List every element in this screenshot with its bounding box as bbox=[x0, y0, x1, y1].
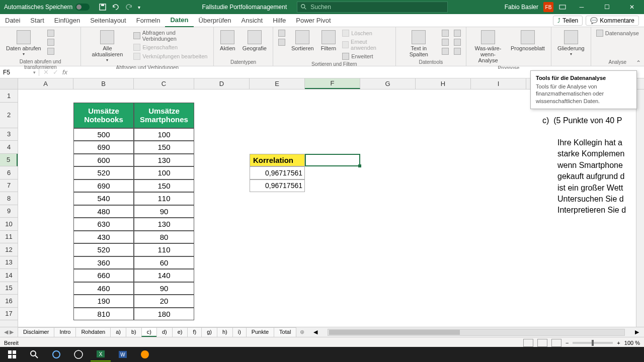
data-cell[interactable]: 520 bbox=[73, 166, 134, 179]
data-analysis-button[interactable]: Datenanalyse bbox=[595, 29, 640, 37]
data-cell[interactable]: 150 bbox=[134, 179, 194, 193]
sheet-tab-f[interactable]: f) bbox=[187, 327, 202, 337]
sheet-tab-Punkte[interactable]: Punkte bbox=[246, 327, 274, 337]
row-header-10[interactable]: 10 bbox=[0, 218, 18, 231]
start-button[interactable] bbox=[2, 347, 22, 361]
zoom-in-button[interactable]: + bbox=[617, 340, 620, 346]
col-header-d[interactable]: D bbox=[194, 78, 250, 89]
data-cell[interactable]: 690 bbox=[73, 179, 134, 193]
data-cell[interactable]: 130 bbox=[134, 218, 194, 231]
sort-za-button[interactable] bbox=[277, 38, 286, 46]
stocks-button[interactable]: Aktien bbox=[218, 29, 237, 52]
maximize-button[interactable]: ☐ bbox=[597, 0, 617, 14]
row-header-9[interactable]: 9 bbox=[0, 205, 18, 218]
flash-fill-button[interactable] bbox=[441, 29, 450, 37]
row-header-12[interactable]: 12 bbox=[0, 243, 18, 256]
sheet-tab-d[interactable]: d) bbox=[156, 327, 173, 337]
row-header-1[interactable]: 1 bbox=[0, 89, 18, 103]
tab-einfuegen[interactable]: Einfügen bbox=[49, 14, 85, 27]
data-cell[interactable]: 60 bbox=[134, 256, 194, 269]
task-view-button[interactable] bbox=[68, 347, 89, 361]
data-cell[interactable]: 150 bbox=[134, 141, 194, 154]
sheet-tab-e[interactable]: e) bbox=[172, 327, 188, 337]
col-header-a[interactable]: A bbox=[18, 78, 73, 89]
row-header-13[interactable]: 13 bbox=[0, 256, 18, 269]
data-cell[interactable]: 90 bbox=[134, 205, 194, 218]
sort-button[interactable]: Sortieren bbox=[289, 29, 316, 52]
data-cell[interactable]: 540 bbox=[73, 192, 134, 205]
row-header-8[interactable]: 8 bbox=[0, 192, 18, 205]
firefox-taskbar-button[interactable] bbox=[135, 347, 155, 361]
sheet-tab-a[interactable]: a) bbox=[110, 327, 126, 337]
sheet-tab-c[interactable]: c) bbox=[141, 327, 157, 337]
sheet-tab-Total[interactable]: Total bbox=[274, 327, 296, 337]
data-cell[interactable]: 90 bbox=[134, 282, 194, 295]
sheet-nav-buttons[interactable]: ◀ ▶ bbox=[0, 329, 18, 335]
data-cell[interactable]: 20 bbox=[134, 295, 194, 308]
row-header-16[interactable]: 16 bbox=[0, 295, 18, 308]
normal-view-button[interactable] bbox=[523, 339, 533, 347]
comments-button[interactable]: 💬Kommentare bbox=[586, 16, 639, 26]
tab-powerpivot[interactable]: Power Pivot bbox=[291, 14, 336, 27]
relationships-button[interactable] bbox=[453, 38, 462, 46]
clear-button[interactable]: Löschen bbox=[341, 29, 391, 37]
tab-ueberpruefen[interactable]: Überprüfen bbox=[194, 14, 236, 27]
vertical-scrollbar[interactable] bbox=[636, 89, 644, 327]
tab-datei[interactable]: Datei bbox=[0, 14, 25, 27]
cancel-icon[interactable]: ✕ bbox=[43, 68, 49, 76]
col-header-c[interactable]: C bbox=[134, 78, 194, 89]
data-cell[interactable]: 110 bbox=[134, 192, 194, 205]
tab-seitenlayout[interactable]: Seitenlayout bbox=[85, 14, 131, 27]
toggle-switch[interactable] bbox=[75, 4, 90, 11]
share-button[interactable]: ⤴Teilen bbox=[553, 16, 583, 26]
sheet-tab-b[interactable]: b) bbox=[126, 327, 142, 337]
text-to-columns-button[interactable]: Text in Spalten bbox=[400, 29, 438, 58]
sheet-tab-Intro[interactable]: Intro bbox=[54, 327, 76, 337]
data-cell[interactable]: 500 bbox=[73, 128, 134, 141]
select-all-corner[interactable] bbox=[0, 78, 18, 89]
data-cell[interactable]: 100 bbox=[134, 166, 194, 179]
col-header-f[interactable]: F bbox=[305, 78, 360, 89]
data-cell[interactable]: 360 bbox=[73, 256, 134, 269]
search-box[interactable]: Suchen bbox=[297, 2, 448, 13]
sheet-tab-h[interactable]: h) bbox=[217, 327, 233, 337]
name-box[interactable]: F5 ▾ bbox=[0, 69, 39, 76]
data-cell[interactable]: 810 bbox=[73, 308, 134, 321]
col-header-h[interactable]: H bbox=[416, 78, 471, 89]
spreadsheet-grid[interactable]: A B C D E F G H I 1234567891011121314151… bbox=[0, 78, 644, 327]
row-header-11[interactable]: 11 bbox=[0, 231, 18, 244]
data-cell[interactable]: 140 bbox=[134, 269, 194, 282]
zoom-out-button[interactable]: − bbox=[566, 340, 569, 346]
validation-button[interactable] bbox=[441, 47, 450, 55]
data-cell[interactable]: 480 bbox=[73, 205, 134, 218]
user-avatar[interactable]: FB bbox=[543, 2, 553, 12]
row-header-2[interactable]: 2 bbox=[0, 103, 18, 128]
enter-icon[interactable]: ✓ bbox=[53, 68, 58, 76]
data-cell[interactable]: 110 bbox=[134, 243, 194, 256]
row-header-7[interactable]: 7 bbox=[0, 179, 18, 193]
autosave-toggle[interactable]: Automatisches Speichern bbox=[0, 4, 94, 11]
edit-links-button[interactable]: Verknüpfungen bearbeiten bbox=[132, 52, 209, 60]
hscroll-left-icon[interactable]: ◀ bbox=[313, 329, 317, 335]
active-cell[interactable] bbox=[305, 154, 360, 167]
row-header-4[interactable]: 4 bbox=[0, 141, 18, 154]
tab-start[interactable]: Start bbox=[25, 14, 49, 27]
cells-area[interactable]: Umsätze Notebooks Umsätze Smartphones 50… bbox=[18, 89, 644, 327]
data-cell[interactable]: 520 bbox=[73, 243, 134, 256]
data-cell[interactable]: 630 bbox=[73, 218, 134, 231]
page-layout-button[interactable] bbox=[537, 339, 547, 347]
row-header-6[interactable]: 6 bbox=[0, 166, 18, 179]
get-data-button[interactable]: Daten abrufen▾ bbox=[4, 29, 43, 58]
search-taskbar-button[interactable] bbox=[24, 347, 44, 361]
data-cell[interactable]: 690 bbox=[73, 141, 134, 154]
outline-button[interactable]: Gliederung▾ bbox=[555, 29, 587, 58]
properties-button[interactable]: Eigenschaften bbox=[132, 43, 209, 51]
data-cell[interactable]: 460 bbox=[73, 282, 134, 295]
sheet-tab-Rohdaten[interactable]: Rohdaten bbox=[75, 327, 111, 337]
from-table-button[interactable] bbox=[46, 47, 55, 55]
minimize-button[interactable]: ─ bbox=[572, 0, 592, 14]
row-header-3[interactable]: 3 bbox=[0, 128, 18, 141]
sheet-tab-Disclaimer[interactable]: Disclaimer bbox=[18, 327, 54, 337]
row-header-5[interactable]: 5 bbox=[0, 154, 18, 167]
advanced-button[interactable]: Erweitert bbox=[341, 52, 391, 60]
